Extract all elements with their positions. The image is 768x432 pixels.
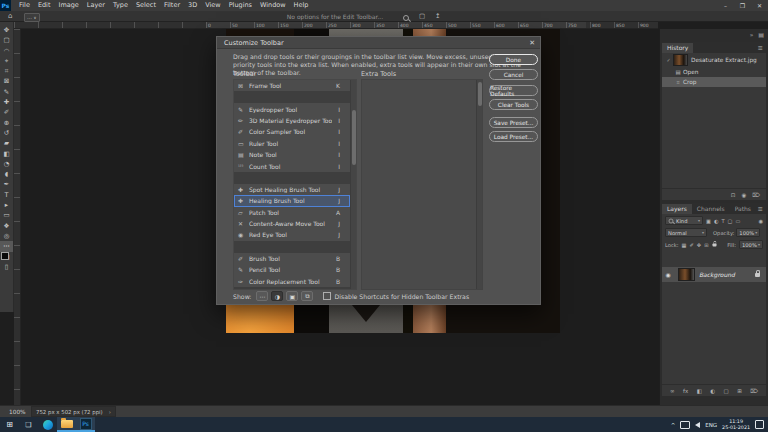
lock-artboard-icon[interactable]: ⊞ — [704, 242, 708, 248]
lasso-tool-icon[interactable]: ◠ — [0, 46, 13, 56]
edge-taskbar-icon[interactable] — [38, 417, 57, 432]
layer-mask-icon[interactable]: ◧ — [697, 388, 702, 394]
opacity-input[interactable]: 100% ▾ — [736, 228, 760, 237]
menu-view[interactable]: View — [201, 0, 224, 11]
foreground-color-swatch[interactable] — [1, 252, 9, 260]
hand-tool-icon[interactable]: ❖ — [0, 221, 13, 231]
delete-layer-icon[interactable]: ⌦ — [750, 388, 758, 394]
share-icon[interactable]: ↥ — [435, 11, 440, 22]
collapse-panels-icon[interactable]: » — [750, 31, 754, 38]
load-preset-button[interactable]: Load Preset... — [489, 131, 538, 142]
healing-brush-tool-icon[interactable]: ✚ — [0, 97, 13, 107]
history-panel-menu-icon[interactable]: ≡ — [758, 43, 766, 53]
menu-file[interactable]: File — [15, 0, 34, 11]
done-button[interactable]: Done — [489, 54, 538, 65]
tool-row-color-sampler[interactable]: ✐ Color Sampler Tool I — [234, 126, 350, 137]
tool-row-brush[interactable]: ✐ Brush Tool B — [234, 253, 350, 264]
marquee-tool-icon[interactable]: ▢ — [0, 35, 13, 45]
dialog-title-bar[interactable]: Customize Toolbar ✕ — [217, 37, 540, 49]
tool-row-3d-material-eyedropper[interactable]: ✏ 3D Material Eyedropper Tool I — [234, 115, 350, 126]
restore-defaults-button[interactable]: Restore Defaults — [489, 85, 538, 96]
layer-group-icon[interactable]: ▢ — [724, 388, 729, 394]
frame-tool-icon[interactable]: ⊠ — [0, 76, 13, 86]
crop-tool-icon[interactable]: ⌗ — [0, 66, 13, 76]
new-document-from-state-icon[interactable]: ⊡ — [731, 192, 736, 198]
clock[interactable]: 11:19 25-01-2021 — [722, 419, 750, 430]
blur-tool-icon[interactable]: ◔ — [0, 159, 13, 169]
path-selection-tool-icon[interactable]: ▸ — [0, 200, 13, 210]
show-screen-mode-icon[interactable]: ⧉ — [301, 291, 313, 301]
tab-history[interactable]: History — [662, 43, 693, 53]
filter-type-layers-icon[interactable]: T — [721, 218, 724, 224]
history-state-open[interactable]: ▤ Open — [662, 67, 766, 77]
history-brush-tool-icon[interactable]: ↺ — [0, 128, 13, 138]
menu-filter[interactable]: Filter — [160, 0, 184, 11]
gradient-tool-icon[interactable]: ◧ — [0, 149, 13, 159]
eyedropper-tool-icon[interactable]: ✎ — [0, 87, 13, 97]
start-button[interactable]: ⊞ — [0, 417, 19, 432]
new-layer-icon[interactable]: ⊞ — [737, 388, 742, 394]
filter-adjustment-layers-icon[interactable]: ◐ — [714, 218, 719, 224]
lock-transparent-icon[interactable]: ▦ — [682, 242, 687, 248]
document-size-field[interactable]: 752 px x 502 px (72 ppi) › — [31, 406, 116, 417]
blend-mode-select[interactable]: Normal ▾ — [665, 228, 707, 237]
screen-mode-icon[interactable]: ▯ — [0, 262, 13, 272]
tool-row-eyedropper[interactable]: ✎ Eyedropper Tool I — [234, 103, 350, 114]
menu-image[interactable]: Image — [54, 0, 82, 11]
layers-panel-menu-icon[interactable]: ≡ — [758, 204, 766, 214]
tool-row-healing-brush-selected[interactable]: ✚ Healing Brush Tool J — [234, 195, 350, 206]
lock-position-icon[interactable]: ✥ — [697, 242, 701, 248]
tool-row-patch[interactable]: ▱ Patch Tool A — [234, 207, 350, 218]
filter-shape-layers-icon[interactable]: ▢ — [728, 218, 733, 224]
menu-edit[interactable]: Edit — [34, 0, 55, 11]
tool-row-content-aware-move[interactable]: ✕ Content-Aware Move Tool J — [234, 218, 350, 229]
tool-row-count[interactable]: ¹²³ Count Tool I — [234, 160, 350, 171]
menu-select[interactable]: Select — [132, 0, 160, 11]
minimize-icon[interactable]: – — [717, 0, 734, 11]
network-icon[interactable] — [680, 421, 690, 429]
lock-all-icon[interactable] — [712, 243, 716, 246]
tool-row-spot-healing-brush[interactable]: ✚ Spot Healing Brush Tool J — [234, 184, 350, 195]
action-center-icon[interactable] — [755, 420, 764, 429]
lock-pixels-icon[interactable]: ✐ — [689, 242, 693, 248]
show-colors-icon[interactable]: ◑ — [271, 291, 283, 301]
new-snapshot-icon[interactable]: ◉ — [741, 192, 746, 198]
menu-layer[interactable]: Layer — [83, 0, 109, 11]
volume-icon[interactable] — [695, 422, 700, 428]
tool-preset-icon[interactable]: ⋯ ∨ — [24, 13, 40, 22]
tool-row-color-replacement[interactable]: ✑ Color Replacement Tool B — [234, 275, 350, 286]
show-quick-mask-icon[interactable]: ▣ — [286, 291, 298, 301]
hidden-icons-chevron[interactable]: ^ — [671, 422, 676, 428]
task-view-button[interactable]: ❏ — [19, 417, 38, 432]
adjustment-layer-icon[interactable]: ◐ — [710, 388, 715, 394]
photoshop-taskbar-icon[interactable]: Ps — [76, 417, 95, 432]
history-state-crop-selected[interactable]: ⌗ Crop — [662, 77, 766, 87]
save-preset-button[interactable]: Save Preset... — [489, 117, 538, 128]
restore-icon[interactable]: ❐ — [734, 0, 751, 11]
layer-name[interactable]: Background — [699, 271, 755, 278]
layer-visibility-eye-icon[interactable]: ◉ — [662, 271, 674, 278]
tab-channels[interactable]: Channels — [692, 204, 730, 214]
tool-row-ruler[interactable]: ▭ Ruler Tool I — [234, 138, 350, 149]
extra-tools-scrollbar[interactable] — [476, 80, 482, 289]
tool-row-pencil[interactable]: ✎ Pencil Tool B — [234, 264, 350, 275]
disable-shortcuts-checkbox[interactable] — [323, 292, 331, 300]
tab-layers[interactable]: Layers — [662, 204, 692, 214]
file-explorer-taskbar-icon[interactable] — [57, 417, 76, 432]
menu-3d[interactable]: 3D — [184, 0, 201, 11]
menu-plugins[interactable]: Plugins — [225, 0, 256, 11]
close-icon[interactable]: ✕ — [751, 0, 768, 11]
scrollbar-thumb[interactable] — [478, 82, 482, 106]
brush-tool-icon[interactable]: ✐ — [0, 107, 13, 117]
scrollbar-thumb[interactable] — [352, 110, 356, 165]
zoom-tool-icon[interactable]: ◎ — [0, 231, 13, 241]
menu-help[interactable]: Help — [290, 0, 313, 11]
delete-state-icon[interactable]: ⌦ — [752, 192, 760, 198]
object-selection-tool-icon[interactable]: ⌖ — [0, 56, 13, 66]
fill-input[interactable]: 100% ▾ — [739, 240, 763, 249]
toolbar-list-scrollbar[interactable] — [350, 80, 356, 289]
home-icon[interactable]: ⌂ — [8, 11, 12, 22]
edit-toolbar-icon[interactable]: ⋯ — [0, 241, 13, 251]
tool-row-note[interactable]: ▤ Note Tool I — [234, 149, 350, 160]
menu-window[interactable]: Window — [256, 0, 290, 11]
